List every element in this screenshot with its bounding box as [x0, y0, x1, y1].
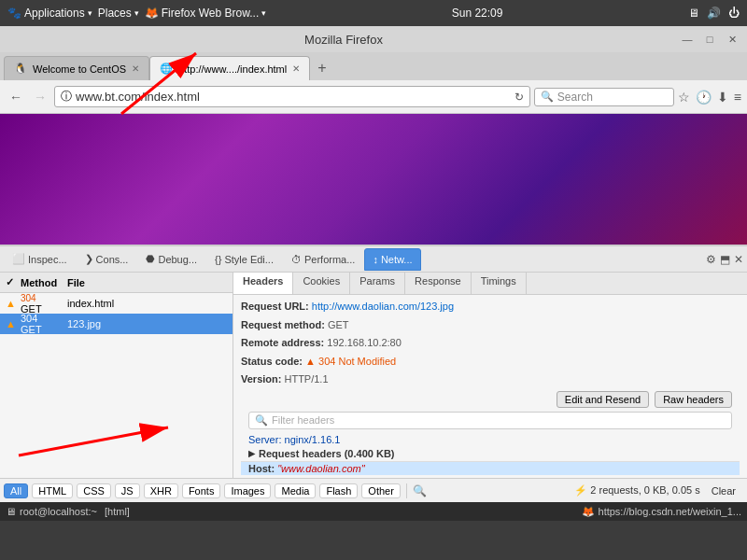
filter-other[interactable]: Other	[361, 483, 401, 498]
action-buttons: Edit and Resend Raw headers	[248, 391, 732, 408]
method-2: 304 GET	[15, 311, 62, 337]
devtools-tab-debugger[interactable]: ⬣ Debug...	[137, 248, 205, 271]
devtools-tab-styleeditor[interactable]: {} Style Edi...	[206, 248, 282, 271]
tab-index-html[interactable]: 🌐 http://www..../index.html ✕	[149, 56, 310, 80]
filter-css[interactable]: CSS	[77, 483, 111, 498]
filter-js[interactable]: JS	[115, 483, 140, 498]
history-icon[interactable]: 🕐	[696, 90, 712, 105]
server-header-row: Server: nginx/1.16.1	[241, 433, 740, 446]
edit-resend-button[interactable]: Edit and Resend	[557, 391, 649, 408]
status-terminal: 🖥 root@localhost:~	[6, 506, 97, 517]
places-label: Places	[98, 7, 132, 20]
detail-tab-headers[interactable]: Headers	[233, 273, 293, 294]
firefox-window: Mozilla Firefox — □ ✕ 🐧 Welcome to CentO…	[0, 26, 747, 502]
detail-tab-params[interactable]: Params	[350, 273, 405, 294]
clear-button[interactable]: Clear	[704, 484, 743, 497]
filter-images[interactable]: Images	[224, 483, 271, 498]
tab-welcome-centos[interactable]: 🐧 Welcome to CentOS ✕	[4, 56, 149, 80]
request-row-jpg[interactable]: ▲ 304 GET 123.jpg	[0, 314, 233, 334]
filter-separator	[406, 483, 407, 498]
more-icon[interactable]: ≡	[734, 90, 741, 105]
host-row: Host: "www.daolian.com"	[241, 462, 740, 475]
warning-icon-2: ▲	[0, 316, 15, 331]
devtools-tab-performance[interactable]: ⏱ Performa...	[283, 248, 363, 271]
svg-line-3	[19, 427, 168, 455]
new-tab-button[interactable]: +	[310, 56, 333, 80]
system-bar: 🐾 Applications Places 🦊 Firefox Web Brow…	[0, 0, 747, 26]
devtools-tab-network[interactable]: ↕ Netw...	[364, 248, 420, 271]
performance-icon: ⏱	[291, 254, 302, 265]
tray-monitor-icon: 🖥	[688, 7, 699, 20]
search-placeholder: Search	[557, 91, 593, 104]
tab-favicon-index: 🌐	[160, 63, 173, 76]
search-filter-icon[interactable]: 🔍	[413, 484, 427, 497]
system-time: Sun 22:09	[452, 7, 503, 20]
tab-close-index[interactable]: ✕	[292, 63, 300, 74]
html-tag: [html]	[105, 506, 130, 517]
debugger-icon: ⬣	[146, 253, 155, 265]
search-bar[interactable]: 🔍 Search	[534, 88, 674, 106]
title-bar: Mozilla Firefox — □ ✕	[0, 26, 747, 52]
filter-flash[interactable]: Flash	[319, 483, 358, 498]
status-code-row: Status code: ▲ 304 Not Modified	[241, 354, 740, 370]
host-value: "www.daolian.com"	[277, 463, 364, 474]
detail-tab-response[interactable]: Response	[405, 273, 472, 294]
bookmark-icon[interactable]: ☆	[678, 90, 690, 105]
console-icon: ❯	[85, 253, 93, 265]
browser-area	[0, 114, 747, 245]
request-headers-section[interactable]: ▶ Request headers (0.400 KB)	[241, 446, 740, 462]
tray-volume-icon: 🔊	[707, 7, 721, 20]
devtools-settings-icon[interactable]: ⚙	[706, 253, 716, 266]
devtools-close-icon[interactable]: ✕	[734, 253, 743, 266]
pocket-icon[interactable]: ⬇	[717, 90, 728, 105]
tray-power-icon: ⏻	[728, 7, 740, 20]
filter-html[interactable]: HTML	[32, 483, 73, 498]
status-firefox-icon: 🦊	[582, 506, 595, 518]
tab-close-centos[interactable]: ✕	[132, 63, 139, 74]
devtools-split-icon[interactable]: ⬒	[720, 253, 730, 266]
annotation-arrow-host	[0, 409, 205, 465]
filter-media[interactable]: Media	[275, 483, 316, 498]
request-url-label: Request URL:	[241, 301, 309, 312]
filter-xhr[interactable]: XHR	[144, 483, 178, 498]
inspector-icon: ⬜	[12, 253, 25, 265]
raw-headers-button[interactable]: Raw headers	[655, 391, 732, 408]
filter-all[interactable]: All	[4, 483, 28, 498]
network-panel: ✓ Method File ▲ 304 GET index.html ▲	[0, 273, 747, 478]
status-url: https://blog.csdn.net/weixin_1...	[599, 506, 741, 517]
devtools-tab-inspector[interactable]: ⬜ Inspec...	[4, 248, 76, 271]
detail-panel: Headers Cookies Params Response Timings …	[233, 273, 747, 478]
toolbar-icons: ☆ 🕐 ⬇ ≡	[678, 90, 741, 105]
places-menu[interactable]: Places	[98, 7, 139, 20]
applications-menu[interactable]: 🐾 Applications	[7, 7, 92, 20]
refresh-button[interactable]: ↻	[514, 91, 524, 104]
version-label: Version:	[241, 373, 281, 385]
filter-icon: 🔍	[255, 414, 268, 427]
system-tray: 🖥 🔊 ⏻	[688, 7, 740, 20]
filter-bar[interactable]: 🔍 Filter headers	[248, 412, 732, 429]
detail-tab-cookies[interactable]: Cookies	[293, 273, 350, 294]
detail-tab-timings[interactable]: Timings	[472, 273, 527, 294]
forward-button[interactable]: →	[30, 88, 50, 106]
window-control-buttons[interactable]: — □ ✕	[680, 32, 740, 47]
back-button[interactable]: ←	[6, 88, 26, 106]
detail-tab-bar: Headers Cookies Params Response Timings	[233, 273, 747, 295]
address-bar: ← → ⓘ www.bt.com/index.html ↻ 🔍 Search ☆…	[0, 80, 747, 114]
host-label: Host:	[248, 463, 275, 474]
collapse-arrow: ▶	[248, 449, 255, 458]
close-button[interactable]: ✕	[725, 32, 740, 47]
applications-label: Applications	[24, 7, 85, 20]
status-code-label: Status code:	[241, 356, 303, 367]
col-method: Method	[15, 275, 62, 290]
request-method-value: GET	[328, 319, 349, 330]
devtools-tab-console[interactable]: ❯ Cons...	[77, 248, 137, 271]
network-icon: ↕	[373, 254, 378, 265]
maximize-button[interactable]: □	[702, 32, 717, 47]
browser-menu[interactable]: 🦊 Firefox Web Brow...	[145, 7, 266, 20]
minimize-button[interactable]: —	[680, 32, 695, 47]
filter-fonts[interactable]: Fonts	[182, 483, 221, 498]
file-2: 123.jpg	[62, 316, 106, 331]
version-value: HTTP/1.1	[284, 373, 328, 385]
url-bar[interactable]: ⓘ www.bt.com/index.html ↻	[54, 86, 530, 107]
network-status: ⚡ 2 requests, 0 KB, 0.05 s	[574, 484, 699, 497]
